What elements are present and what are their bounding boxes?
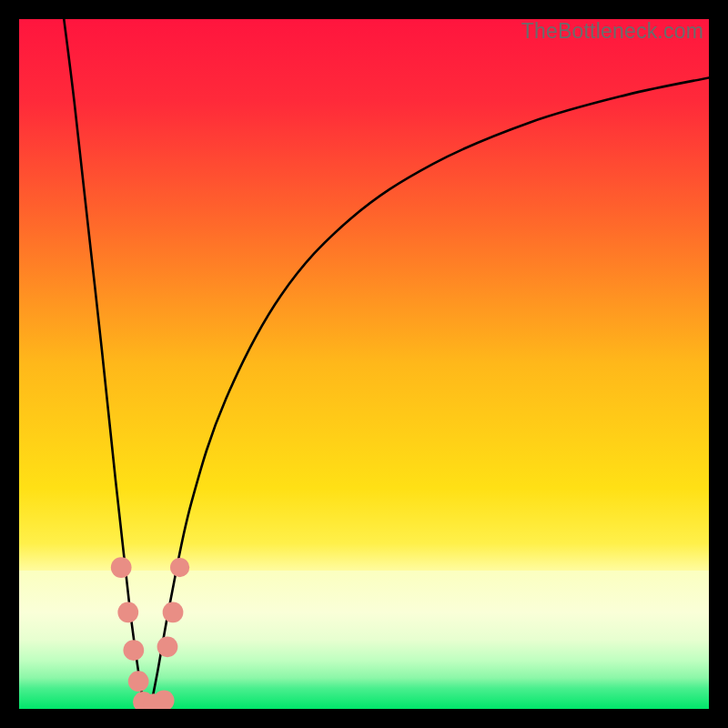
marker-2 [123, 640, 144, 661]
watermark-text: TheBottleneck.com [521, 19, 703, 44]
marker-1 [117, 602, 138, 623]
marker-3 [128, 671, 149, 692]
marker-0 [111, 557, 132, 578]
marker-7 [157, 636, 178, 657]
chart-frame: TheBottleneck.com [0, 0, 728, 728]
plot-area: TheBottleneck.com [19, 19, 709, 709]
marker-8 [163, 602, 184, 623]
marker-9 [170, 558, 189, 577]
chart-svg [19, 19, 709, 709]
